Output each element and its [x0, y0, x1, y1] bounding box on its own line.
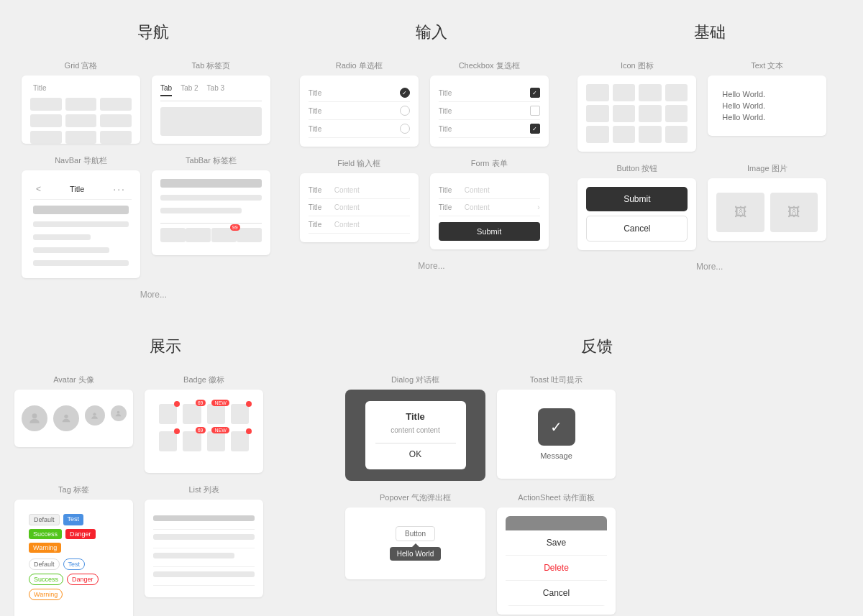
- list-item-2: [153, 530, 255, 548]
- navbar-card: < Title ···: [22, 170, 140, 278]
- icon-box: [613, 126, 636, 143]
- avatar-component: Avatar 头像: [14, 374, 133, 473]
- icon-grid: [586, 84, 688, 143]
- input-more[interactable]: More...: [300, 261, 564, 271]
- list-label: List 列表: [188, 484, 219, 495]
- field-card: Title Content Title Content Title Conten…: [300, 173, 419, 242]
- dialog-title: Title: [375, 411, 456, 422]
- submit-button[interactable]: Submit: [586, 187, 688, 211]
- popover-tooltip: Hello World: [390, 547, 442, 561]
- tabbar-card: 99: [152, 170, 270, 255]
- basic-more[interactable]: More...: [577, 262, 841, 272]
- tag-card: Default Test Success Danger Warning Defa…: [14, 500, 133, 616]
- checkbox-card: Title Title Title: [430, 75, 549, 147]
- checkbox-box-2[interactable]: [530, 106, 540, 116]
- badge-box-dot: [159, 404, 177, 424]
- icon-box: [639, 84, 662, 101]
- image-label: Image 图片: [747, 163, 787, 174]
- navigation-section: 导航 Grid 宫格 Title: [14, 22, 293, 314]
- tabbar-badge: 99: [230, 224, 240, 231]
- zhanshi-row1: Avatar 头像: [14, 374, 316, 473]
- svg-point-2: [93, 413, 96, 415]
- tabbar-label: TabBar 标签栏: [186, 155, 237, 166]
- grid-cell: [100, 131, 132, 144]
- cancel-button[interactable]: Cancel: [586, 216, 688, 242]
- checkbox-box-1[interactable]: [530, 88, 540, 98]
- text-card: Hello World. Hello World. Hello World.: [708, 75, 826, 136]
- form-arrow-icon: ›: [537, 203, 539, 211]
- icon-label: Icon 图标: [621, 60, 654, 71]
- image-icon-2: 🖼: [787, 205, 800, 220]
- form-submit-button[interactable]: Submit: [439, 222, 540, 241]
- tab-item-1[interactable]: Tab: [160, 84, 172, 96]
- field-content-3[interactable]: Content: [334, 221, 410, 229]
- checkbox-row-3: Title: [439, 120, 540, 138]
- navbar-more-icon[interactable]: ···: [113, 183, 126, 195]
- tag-row-1: Default Test Success Danger Warning: [29, 514, 119, 553]
- top-sections: 导航 Grid 宫格 Title: [14, 22, 849, 314]
- checkbox-box-3[interactable]: [530, 124, 540, 134]
- field-content-1[interactable]: Content: [334, 186, 410, 194]
- badge-card: 69 NEW: [145, 390, 263, 473]
- actionsheet-label: ActionSheet 动作面板: [518, 492, 594, 503]
- basic-section: 基础 Icon 图标: [570, 22, 849, 314]
- avatar-person-icon-4: [114, 410, 122, 418]
- tag-red-filled: Danger: [65, 529, 96, 539]
- image-component: Image 图片 🖼 🖼: [708, 163, 826, 250]
- avatar-card: [14, 390, 133, 447]
- toast-card: ✓ Message: [497, 390, 616, 479]
- svg-point-3: [117, 410, 120, 413]
- actionsheet-delete[interactable]: Delete: [506, 556, 607, 581]
- tag-green-outline: Success: [29, 574, 63, 585]
- avatar-large: [22, 405, 47, 431]
- form-content-1[interactable]: Content: [465, 186, 540, 194]
- popover-button[interactable]: Button: [396, 526, 435, 541]
- radio-circle-3[interactable]: [400, 124, 410, 134]
- radio-circle-1[interactable]: [400, 88, 410, 98]
- dialog-ok-button[interactable]: OK: [375, 443, 456, 459]
- list-item-4: [153, 567, 255, 586]
- tag-component: Tag 标签 Default Test Success Danger Warni…: [14, 484, 133, 616]
- radio-title-2: Title: [309, 107, 322, 115]
- tabbar-component: TabBar 标签栏 99: [152, 155, 270, 278]
- nav-row2: NavBar 导航栏 < Title ···: [22, 155, 286, 278]
- tabbar-tab-1: [160, 228, 186, 242]
- navbar-bar: < Title ···: [30, 179, 132, 200]
- icon-card: [577, 75, 696, 152]
- tab-item-2[interactable]: Tab 2: [181, 84, 198, 96]
- input-row1: Radio 单选框 Title Title Title: [300, 60, 564, 147]
- field-content-2[interactable]: Content: [334, 203, 410, 211]
- input-section: 输入 Radio 单选框 Title Title: [293, 22, 571, 314]
- actionsheet-save[interactable]: Save: [506, 530, 607, 556]
- tag-blue-filled: Test: [63, 514, 84, 525]
- toast-check-icon: ✓: [550, 418, 562, 436]
- tab-bar: Tab Tab 2 Tab 3: [160, 84, 262, 101]
- tag-orange-outline: Warning: [29, 589, 63, 600]
- badge-text-new: NEW: [211, 400, 229, 406]
- list-item-3: [153, 548, 255, 567]
- list-card: [145, 500, 263, 597]
- badge-dot-indicator: [174, 401, 180, 407]
- image-placeholder-1: 🖼: [716, 193, 764, 232]
- actionsheet-cancel[interactable]: Cancel: [506, 581, 607, 606]
- form-row-2: Title Content ›: [439, 199, 540, 216]
- icon-box: [613, 105, 636, 122]
- svg-point-0: [32, 413, 37, 418]
- basic-row1: Icon 图标: [577, 60, 841, 152]
- navbar-title: Title: [70, 185, 84, 193]
- tab-label: Tab 标签页: [192, 60, 231, 71]
- field-title-1: Title: [309, 186, 329, 194]
- navbar-back-icon[interactable]: <: [36, 184, 41, 194]
- icon-row-2: [586, 105, 688, 122]
- form-content-2[interactable]: Content: [465, 203, 532, 211]
- badge-label: Badge 徽标: [183, 374, 224, 385]
- badge-text-new-2: NEW: [211, 427, 229, 433]
- tabbar-tab-3: 99: [211, 228, 237, 242]
- svg-point-1: [64, 415, 68, 418]
- field-label: Field 输入框: [337, 158, 380, 169]
- grid-label: Grid 宫格: [65, 60, 98, 71]
- nav-more[interactable]: More...: [22, 290, 286, 300]
- tab-item-3[interactable]: Tab 3: [207, 84, 224, 96]
- radio-circle-2[interactable]: [400, 106, 410, 116]
- grid-row-3: [30, 131, 132, 144]
